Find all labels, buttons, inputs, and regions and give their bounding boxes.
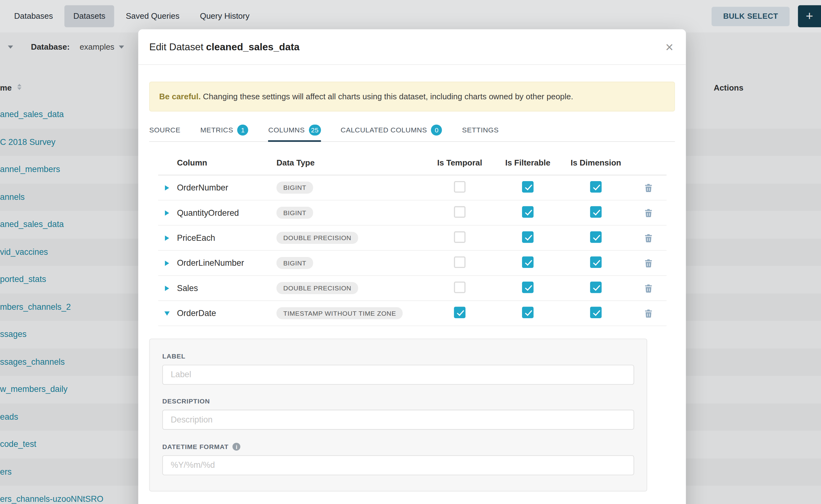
info-icon[interactable]: i: [233, 443, 240, 451]
expand-caret-icon[interactable]: [165, 286, 169, 291]
column-name: PriceEach: [177, 233, 276, 243]
column-name: OrderNumber: [177, 183, 276, 192]
modal-tabs: SOURCE METRICS 1 COLUMNS 25 CALCULATED C…: [149, 119, 675, 142]
warning-text: Changing these settings will affect all …: [203, 92, 573, 101]
tab-columns[interactable]: COLUMNS 25: [268, 119, 321, 141]
data-type-badge: BIGINT: [276, 182, 313, 194]
tab-count-badge: 1: [237, 125, 248, 136]
tab-settings[interactable]: SETTINGS: [462, 119, 499, 141]
data-type-header: Data Type: [276, 158, 426, 167]
delete-icon[interactable]: [644, 259, 652, 267]
tab-metrics[interactable]: METRICS 1: [200, 119, 248, 141]
columns-table-header: Column Data Type Is Temporal Is Filterab…: [158, 150, 666, 175]
dataset-name: cleaned_sales_data: [206, 41, 299, 52]
datetime-format-field-label: DATETIME FORMAT i: [162, 443, 634, 451]
close-icon[interactable]: ×: [665, 40, 673, 54]
is-temporal-checkbox[interactable]: [454, 307, 466, 318]
tab-calculated-columns[interactable]: CALCULATED COLUMNS 0: [340, 119, 442, 141]
data-type-badge: DOUBLE PRECISION: [276, 282, 358, 294]
modal-title: Edit Datasetcleaned_sales_data: [149, 41, 299, 53]
data-type-badge: BIGINT: [276, 257, 313, 269]
data-type-badge: BIGINT: [276, 207, 313, 219]
is-temporal-checkbox[interactable]: [454, 206, 466, 218]
columns-table: Column Data Type Is Temporal Is Filterab…: [158, 150, 666, 326]
description-field: DESCRIPTION: [162, 398, 634, 430]
is-dimension-checkbox[interactable]: [590, 307, 602, 318]
tab-count-badge: 25: [309, 125, 321, 136]
modal-header: Edit Datasetcleaned_sales_data ×: [138, 29, 686, 65]
delete-icon[interactable]: [644, 309, 652, 318]
column-row: OrderNumber BIGINT: [158, 175, 666, 200]
is-dimension-checkbox[interactable]: [590, 206, 602, 218]
is-filterable-checkbox[interactable]: [522, 231, 534, 243]
expand-caret-icon[interactable]: [165, 260, 169, 266]
data-type-badge: DOUBLE PRECISION: [276, 232, 358, 244]
is-temporal-checkbox[interactable]: [454, 181, 466, 192]
modal-body: Be careful. Changing these settings will…: [138, 82, 686, 492]
column-row: Sales DOUBLE PRECISION: [158, 276, 666, 301]
column-editor-panel: LABEL DESCRIPTION DATETIME FORMAT i: [149, 339, 647, 492]
warning-bold: Be careful.: [159, 92, 201, 101]
tab-label: CALCULATED COLUMNS: [340, 126, 427, 134]
tab-label: METRICS: [200, 126, 233, 134]
label-input[interactable]: [162, 365, 634, 385]
is-filterable-checkbox[interactable]: [522, 206, 534, 218]
label-field: LABEL: [162, 353, 634, 385]
expand-caret-icon[interactable]: [164, 311, 170, 315]
tab-label: COLUMNS: [268, 126, 305, 134]
app: Databases Datasets Saved Queries Query H…: [0, 0, 821, 504]
datetime-format-input[interactable]: [162, 456, 634, 476]
column-name: QuantityOrdered: [177, 208, 276, 218]
label-field-label: LABEL: [162, 353, 634, 360]
tab-label: SOURCE: [149, 126, 180, 134]
is-filterable-checkbox[interactable]: [522, 307, 534, 318]
tab-count-badge: 0: [431, 125, 442, 136]
tab-source[interactable]: SOURCE: [149, 119, 180, 141]
is-dimension-checkbox[interactable]: [590, 256, 602, 268]
warning-banner: Be careful. Changing these settings will…: [149, 82, 675, 111]
datetime-format-field: DATETIME FORMAT i: [162, 443, 634, 475]
column-row: PriceEach DOUBLE PRECISION: [158, 226, 666, 251]
delete-icon[interactable]: [644, 284, 652, 293]
expand-caret-icon[interactable]: [165, 185, 169, 190]
is-filterable-header: Is Filterable: [505, 158, 550, 167]
is-temporal-checkbox[interactable]: [454, 256, 466, 268]
column-row: OrderLineNumber BIGINT: [158, 251, 666, 276]
modal-title-prefix: Edit Dataset: [149, 41, 203, 52]
description-field-label: DESCRIPTION: [162, 398, 634, 405]
is-filterable-checkbox[interactable]: [522, 256, 534, 268]
expand-caret-icon[interactable]: [165, 235, 169, 241]
delete-icon[interactable]: [644, 234, 652, 242]
delete-icon[interactable]: [644, 184, 652, 192]
is-dimension-checkbox[interactable]: [590, 231, 602, 243]
is-dimension-checkbox[interactable]: [590, 181, 602, 192]
data-type-badge: TIMESTAMP WITHOUT TIME ZONE: [276, 307, 403, 319]
expand-caret-icon[interactable]: [165, 210, 169, 215]
edit-dataset-modal: Edit Datasetcleaned_sales_data × Be care…: [138, 29, 686, 504]
is-temporal-header: Is Temporal: [438, 158, 482, 167]
datetime-format-label-text: DATETIME FORMAT: [162, 443, 229, 450]
column-row: OrderDate TIMESTAMP WITHOUT TIME ZONE: [158, 301, 666, 326]
column-name: OrderDate: [177, 309, 276, 318]
is-dimension-header: Is Dimension: [571, 158, 621, 167]
is-filterable-checkbox[interactable]: [522, 181, 534, 192]
delete-icon[interactable]: [644, 209, 652, 217]
is-temporal-checkbox[interactable]: [454, 231, 466, 243]
description-input[interactable]: [162, 410, 634, 430]
is-temporal-checkbox[interactable]: [454, 281, 466, 293]
is-filterable-checkbox[interactable]: [522, 281, 534, 293]
column-name: Sales: [177, 284, 276, 293]
column-name: OrderLineNumber: [177, 259, 276, 268]
tab-label: SETTINGS: [462, 126, 499, 134]
is-dimension-checkbox[interactable]: [590, 281, 602, 293]
column-row: QuantityOrdered BIGINT: [158, 200, 666, 225]
column-header: Column: [177, 158, 276, 167]
